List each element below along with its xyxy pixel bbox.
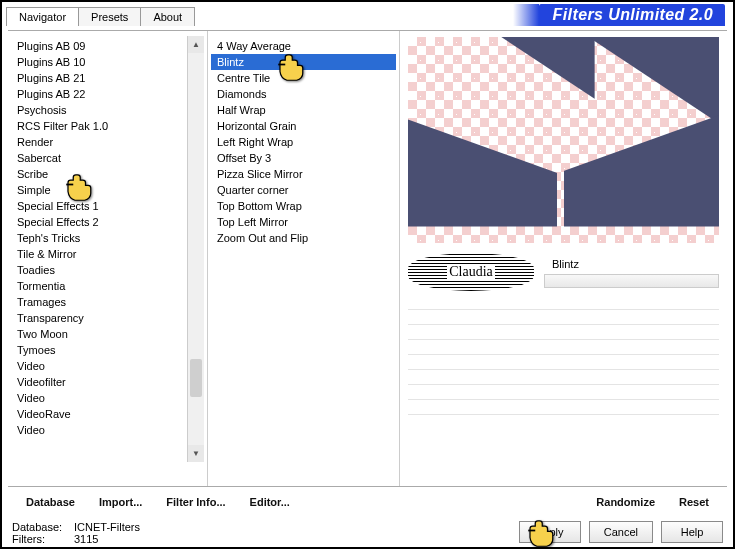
list-item[interactable]: Tile & Mirror: [11, 246, 204, 262]
list-item[interactable]: Plugins AB 10: [11, 54, 204, 70]
filter-list[interactable]: 4 Way AverageBlintzCentre TileDiamondsHa…: [211, 36, 396, 248]
apply-button[interactable]: Apply: [519, 521, 581, 543]
selected-filter-name: Blintz: [544, 256, 719, 272]
list-item[interactable]: Half Wrap: [211, 102, 396, 118]
list-item[interactable]: VideoRave: [11, 406, 204, 422]
list-item[interactable]: Tymoes: [11, 342, 204, 358]
reset-button[interactable]: Reset: [667, 492, 721, 512]
list-item[interactable]: Pizza Slice Mirror: [211, 166, 396, 182]
cancel-button[interactable]: Cancel: [589, 521, 653, 543]
list-item[interactable]: Special Effects 1: [11, 198, 204, 214]
editor-button[interactable]: Editor...: [238, 492, 302, 512]
plugin-category-list[interactable]: Plugins AB 09Plugins AB 10Plugins AB 21P…: [11, 36, 204, 440]
list-item[interactable]: Psychosis: [11, 102, 204, 118]
list-item[interactable]: Left Right Wrap: [211, 134, 396, 150]
list-item[interactable]: Teph's Tricks: [11, 230, 204, 246]
list-item[interactable]: Render: [11, 134, 204, 150]
scroll-down-icon[interactable]: ▼: [188, 445, 204, 462]
list-item[interactable]: Plugins AB 09: [11, 38, 204, 54]
app-title: Filters Unlimited 2.0: [539, 4, 725, 26]
list-item[interactable]: Horizontal Grain: [211, 118, 396, 134]
database-button[interactable]: Database: [14, 492, 87, 512]
list-item[interactable]: Sabercat: [11, 150, 204, 166]
list-item[interactable]: Tormentia: [11, 278, 204, 294]
list-item[interactable]: Centre Tile: [211, 70, 396, 86]
list-item[interactable]: Quarter corner: [211, 182, 396, 198]
list-item[interactable]: RCS Filter Pak 1.0: [11, 118, 204, 134]
list-item[interactable]: Plugins AB 21: [11, 70, 204, 86]
list-item[interactable]: Simple: [11, 182, 204, 198]
list-item[interactable]: Zoom Out and Flip: [211, 230, 396, 246]
import-button[interactable]: Import...: [87, 492, 154, 512]
list-item[interactable]: Scribe: [11, 166, 204, 182]
parameter-rows: [408, 295, 719, 415]
list-item[interactable]: Video: [11, 422, 204, 438]
list-item[interactable]: Tramages: [11, 294, 204, 310]
filter-preview: [408, 37, 719, 243]
parameter-slider[interactable]: [544, 274, 719, 288]
list-item[interactable]: Top Left Mirror: [211, 214, 396, 230]
status-info: Database:ICNET-Filters Filters:3115: [12, 521, 140, 545]
list-item[interactable]: 4 Way Average: [211, 38, 396, 54]
list-item[interactable]: Special Effects 2: [11, 214, 204, 230]
list-item[interactable]: Two Moon: [11, 326, 204, 342]
list-item[interactable]: Offset By 3: [211, 150, 396, 166]
list-item[interactable]: Toadies: [11, 262, 204, 278]
tab-about[interactable]: About: [140, 7, 195, 26]
plugin-list-scrollbar[interactable]: ▲ ▼: [187, 36, 204, 462]
list-item[interactable]: Video: [11, 390, 204, 406]
list-item[interactable]: Plugins AB 22: [11, 86, 204, 102]
tab-presets[interactable]: Presets: [78, 7, 141, 26]
list-item[interactable]: Top Bottom Wrap: [211, 198, 396, 214]
watermark-logo: Claudia: [408, 253, 534, 291]
scroll-up-icon[interactable]: ▲: [188, 36, 204, 53]
randomize-button[interactable]: Randomize: [584, 492, 667, 512]
list-item[interactable]: Diamonds: [211, 86, 396, 102]
tabs: Navigator Presets About: [6, 6, 194, 25]
list-item[interactable]: Video: [11, 358, 204, 374]
help-button[interactable]: Help: [661, 521, 723, 543]
list-item[interactable]: Transparency: [11, 310, 204, 326]
toolbar: Database Import... Filter Info... Editor…: [8, 486, 727, 517]
list-item[interactable]: Videofilter: [11, 374, 204, 390]
filter-info-button[interactable]: Filter Info...: [154, 492, 237, 512]
scroll-thumb[interactable]: [190, 359, 202, 397]
tab-navigator[interactable]: Navigator: [6, 7, 79, 26]
list-item[interactable]: Blintz: [211, 54, 396, 70]
